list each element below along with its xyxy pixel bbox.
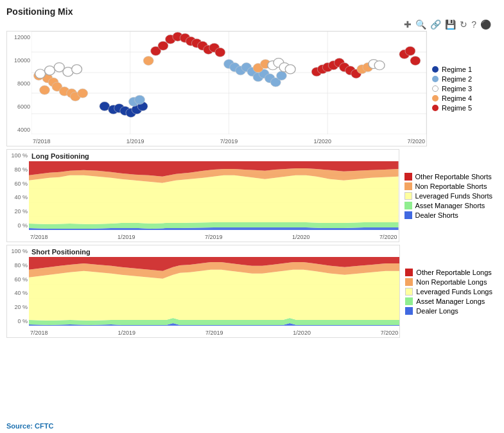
search-icon[interactable]: 🔍: [415, 19, 426, 30]
scatter-x-axis: 7/2018 1/2019 7/2019 1/2020 7/2020: [31, 138, 426, 145]
page-title: Positioning Mix: [6, 6, 498, 17]
svg-point-61: [285, 65, 295, 74]
save-icon[interactable]: 💾: [445, 19, 456, 30]
svg-point-19: [78, 89, 88, 98]
svg-point-45: [215, 48, 225, 57]
scatter-chart-box: 12000 10000 8000 6000 4000: [6, 31, 427, 146]
regime3-dot: [432, 85, 439, 92]
move-icon[interactable]: ✚: [404, 19, 412, 30]
long-pos-title: Long Positioning: [31, 152, 89, 160]
long-pos-y-axis: 100 % 80 % 60 % 40 % 20 % 0 %: [7, 150, 29, 229]
source-name: CFTC: [35, 422, 53, 430]
long-pos-panel: Long Positioning 100 % 80 % 60 % 40 % 20…: [6, 149, 498, 242]
regime1-dot: [432, 66, 439, 73]
other-longs-swatch: [405, 269, 413, 276]
help-icon[interactable]: ?: [471, 19, 476, 30]
scatter-legend: Regime 1 Regime 2 Regime 3 Regime 4 Regi…: [427, 31, 498, 146]
long-pos-x-axis: 7/2018 1/2019 7/2019 1/2020 7/2020: [29, 234, 399, 240]
other-shorts-label: Other Reportable Shorts: [415, 173, 492, 181]
scatter-chart-panel: 12000 10000 8000 6000 4000: [6, 31, 498, 146]
legend-item-asset-shorts: Asset Manager Shorts: [404, 202, 492, 209]
legend-item-nonrep-longs: Non Reportable Longs: [405, 278, 492, 286]
svg-point-55: [277, 71, 287, 80]
svg-marker-85: [29, 175, 399, 224]
short-pos-panel: Short Positioning 100 % 80 % 60 % 40 % 2…: [6, 245, 498, 338]
legend-item-asset-longs: Asset Manager Longs: [405, 297, 492, 305]
legend-item-regime1: Regime 1: [432, 66, 492, 73]
source-line: Source: CFTC: [6, 422, 498, 430]
nonrep-longs-swatch: [405, 278, 413, 286]
legend-item-dealer-shorts: Dealer Shorts: [404, 211, 492, 219]
regime2-dot: [432, 76, 439, 82]
svg-point-14: [40, 85, 50, 94]
dealer-longs-swatch: [405, 307, 413, 315]
legend-item-dealer-longs: Dealer Longs: [405, 307, 492, 315]
short-pos-chart-box: Short Positioning 100 % 80 % 60 % 40 % 2…: [6, 245, 400, 338]
settings-icon[interactable]: ⚫: [480, 19, 491, 30]
scatter-chart-inner: [31, 31, 426, 134]
legend-item-lev-longs: Leveraged Funds Longs: [405, 288, 492, 296]
other-longs-label: Other Reportable Longs: [416, 269, 491, 276]
charts-area: 12000 10000 8000 6000 4000: [6, 31, 498, 420]
source-prefix: Source:: [6, 422, 35, 430]
lev-shorts-label: Leveraged Funds Shorts: [415, 192, 492, 200]
other-shorts-swatch: [404, 173, 412, 181]
long-pos-chart-inner: [29, 161, 399, 230]
legend-item-regime2: Regime 2: [432, 75, 492, 83]
svg-point-34: [143, 56, 153, 65]
dealer-shorts-label: Dealer Shorts: [415, 211, 458, 219]
regime5-dot: [432, 105, 439, 111]
asset-shorts-label: Asset Manager Shorts: [415, 202, 485, 209]
lev-shorts-swatch: [404, 192, 412, 200]
asset-shorts-swatch: [404, 202, 412, 209]
regime1-label: Regime 1: [442, 66, 472, 73]
svg-point-20: [35, 69, 46, 78]
svg-marker-96: [29, 270, 399, 321]
legend-item-regime4: Regime 4: [432, 94, 492, 102]
svg-point-33: [135, 95, 145, 104]
asset-longs-label: Asset Manager Longs: [416, 297, 485, 305]
svg-point-24: [72, 65, 82, 74]
main-container: Positioning Mix ✚ 🔍 🔗 💾 ↻ ? ⚫ 12000 1000…: [0, 0, 504, 433]
lev-longs-swatch: [405, 288, 413, 296]
legend-item-regime5: Regime 5: [432, 104, 492, 112]
legend-item-nonrep-shorts: Non Reportable Shorts: [404, 182, 492, 190]
short-pos-legend: Other Reportable Longs Non Reportable Lo…: [400, 245, 498, 338]
long-pos-svg: [29, 161, 399, 230]
refresh-icon[interactable]: ↻: [460, 19, 467, 30]
regime4-label: Regime 4: [442, 94, 472, 102]
toolbar: ✚ 🔍 🔗 💾 ↻ ? ⚫: [6, 19, 498, 30]
svg-point-76: [410, 56, 421, 65]
nonrep-shorts-swatch: [404, 182, 412, 190]
short-pos-chart-inner: [29, 257, 399, 326]
svg-point-75: [405, 46, 415, 55]
regime2-label: Regime 2: [442, 75, 472, 83]
short-pos-y-axis: 100 % 80 % 60 % 40 % 20 % 0 %: [7, 245, 29, 324]
scatter-y-axis: 12000 10000 8000 6000 4000: [7, 31, 31, 133]
link-icon[interactable]: 🔗: [430, 19, 441, 30]
lev-longs-label: Leveraged Funds Longs: [416, 288, 492, 296]
legend-item-regime3: Regime 3: [432, 85, 492, 93]
legend-item-lev-shorts: Leveraged Funds Shorts: [404, 192, 492, 200]
legend-item-other-shorts: Other Reportable Shorts: [404, 173, 492, 181]
short-pos-title: Short Positioning: [31, 248, 91, 256]
scatter-svg: [31, 31, 426, 134]
regime5-label: Regime 5: [442, 104, 472, 112]
regime4-dot: [432, 95, 439, 102]
long-pos-chart-box: Long Positioning 100 % 80 % 60 % 40 % 20…: [6, 149, 399, 242]
short-pos-x-axis: 7/2018 1/2019 7/2019 1/2020 7/2020: [29, 330, 399, 336]
dealer-shorts-swatch: [404, 211, 412, 219]
asset-longs-swatch: [405, 297, 413, 305]
legend-item-other-longs: Other Reportable Longs: [405, 269, 492, 276]
short-pos-svg: [29, 257, 399, 326]
svg-point-73: [374, 61, 385, 70]
long-pos-legend: Other Reportable Shorts Non Reportable S…: [399, 149, 498, 242]
regime3-label: Regime 3: [442, 85, 472, 93]
svg-point-21: [45, 66, 55, 75]
dealer-longs-label: Dealer Longs: [416, 307, 458, 315]
nonrep-shorts-label: Non Reportable Shorts: [415, 182, 487, 190]
nonrep-longs-label: Non Reportable Longs: [416, 278, 487, 286]
